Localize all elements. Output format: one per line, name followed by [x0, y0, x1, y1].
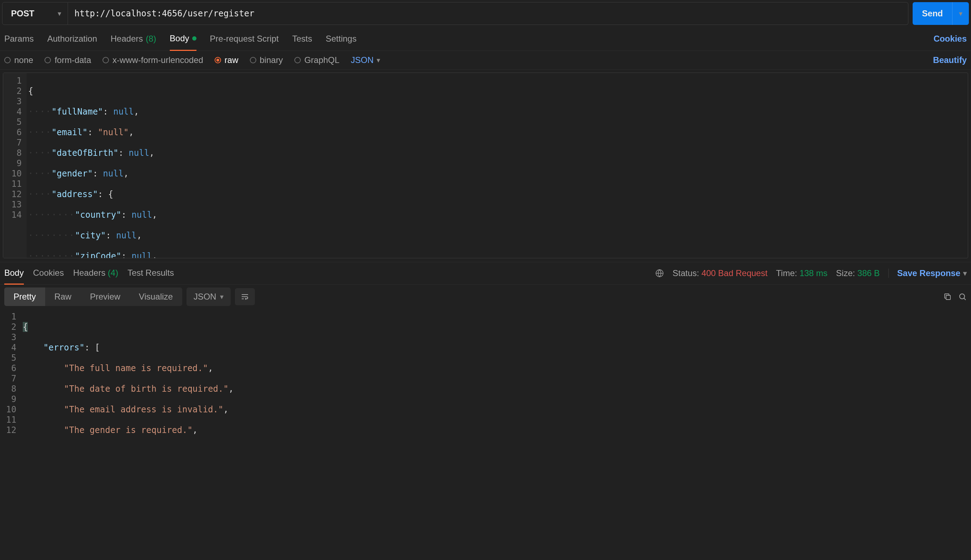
method-select[interactable]: POST ▾	[2, 2, 68, 25]
resp-tab-body[interactable]: Body	[4, 262, 24, 285]
view-preview[interactable]: Preview	[81, 287, 130, 306]
tab-settings[interactable]: Settings	[326, 27, 357, 50]
radio-form-data[interactable]: form-data	[45, 55, 91, 65]
tab-tests[interactable]: Tests	[292, 27, 312, 50]
tab-body[interactable]: Body	[170, 27, 197, 51]
globe-icon[interactable]	[655, 269, 664, 278]
view-visualize[interactable]: Visualize	[130, 287, 182, 306]
svg-point-2	[959, 294, 964, 299]
chevron-down-icon: ▾	[963, 269, 967, 278]
chevron-down-icon: ▾	[377, 56, 380, 64]
response-gutter: 123456789101112	[0, 309, 22, 444]
radio-icon	[250, 57, 256, 63]
request-editor[interactable]: { ····"fullName": null, ····"email": "nu…	[27, 73, 968, 258]
cookies-link[interactable]: Cookies	[934, 34, 967, 44]
response-format-select[interactable]: JSON▾	[187, 287, 231, 306]
view-raw[interactable]: Raw	[45, 287, 81, 306]
tab-authorization[interactable]: Authorization	[47, 27, 97, 50]
resp-tab-test-results[interactable]: Test Results	[127, 262, 174, 284]
raw-format-select[interactable]: JSON▾	[351, 55, 380, 65]
search-icon[interactable]	[958, 292, 967, 301]
radio-graphql[interactable]: GraphQL	[294, 55, 340, 65]
time-meta[interactable]: Time: 138 ms	[776, 268, 827, 278]
tab-prerequest[interactable]: Pre-request Script	[210, 27, 279, 50]
radio-icon	[215, 57, 221, 63]
status-meta[interactable]: Status: 400 Bad Request	[672, 268, 767, 278]
radio-icon	[102, 57, 109, 63]
wrap-lines-button[interactable]	[235, 288, 255, 305]
method-text: POST	[11, 8, 34, 18]
send-button[interactable]: Send ▾	[913, 2, 969, 25]
request-gutter: 1234567891011121314	[3, 73, 27, 258]
resp-tab-headers[interactable]: Headers (4)	[73, 262, 118, 284]
svg-rect-1	[946, 295, 950, 300]
radio-icon	[294, 57, 301, 63]
resp-tab-cookies[interactable]: Cookies	[33, 262, 64, 284]
chevron-down-icon[interactable]: ▾	[953, 9, 969, 18]
radio-urlencoded[interactable]: x-www-form-urlencoded	[102, 55, 203, 65]
send-button-label: Send	[913, 2, 953, 25]
size-meta[interactable]: Size: 386 B	[836, 268, 880, 278]
radio-raw[interactable]: raw	[215, 55, 239, 65]
radio-icon	[45, 57, 51, 63]
beautify-button[interactable]: Beautify	[933, 55, 967, 65]
divider	[888, 268, 889, 278]
save-response-button[interactable]: Save Response▾	[897, 268, 967, 278]
radio-icon	[4, 57, 11, 63]
radio-binary[interactable]: binary	[250, 55, 283, 65]
tab-headers[interactable]: Headers (8)	[111, 27, 156, 50]
url-text: http://localhost:4656/user/register	[74, 8, 255, 18]
radio-none[interactable]: none	[4, 55, 33, 65]
chevron-down-icon: ▾	[58, 9, 61, 18]
modified-dot-icon	[192, 36, 197, 40]
url-input[interactable]: http://localhost:4656/user/register	[68, 2, 908, 25]
view-pretty[interactable]: Pretty	[4, 287, 45, 306]
response-viewer[interactable]: { "errors": [ "The full name is required…	[22, 309, 971, 444]
tab-params[interactable]: Params	[4, 27, 34, 50]
copy-icon[interactable]	[943, 292, 952, 301]
chevron-down-icon: ▾	[220, 292, 224, 301]
